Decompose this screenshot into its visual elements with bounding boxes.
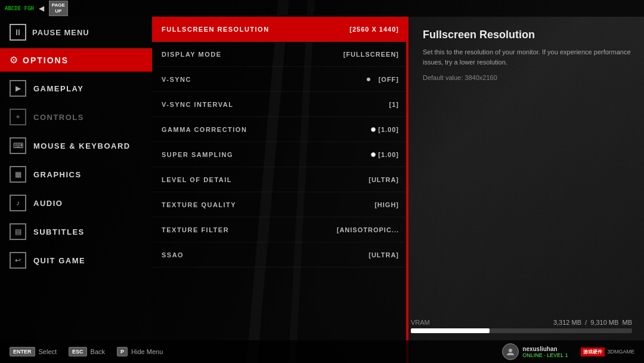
pause-menu-header: PAUSE MENU bbox=[0, 17, 152, 48]
setting-texture-quality[interactable]: TEXTURE QUALITY [HIGH] bbox=[152, 192, 408, 217]
sidebar-item-label: AUDIO bbox=[33, 199, 63, 208]
subtitles-icon: ▤ bbox=[10, 223, 26, 240]
sidebar-item-label: GRAPHICS bbox=[33, 170, 82, 179]
setting-name: GAMMA CORRECTION bbox=[162, 126, 373, 133]
sidebar-item-label: SUBTITLES bbox=[33, 227, 85, 236]
user-info: nexusliuhan ONLINE · LEVEL 1 bbox=[502, 343, 568, 360]
bottom-bar: ENTER Select ESC Back P Hide Menu nexusl… bbox=[0, 340, 644, 363]
options-header[interactable]: ⚙ OPTIONS bbox=[0, 48, 152, 72]
sidebar-item-label: MOUSE & KEYBOARD bbox=[33, 141, 131, 150]
page-up-button[interactable]: PAGEUP bbox=[49, 1, 68, 16]
main-content: FULLSCREEN RESOLUTION [2560 X 1440] DISP… bbox=[152, 17, 644, 363]
setting-value: [ANISOTROPIC... bbox=[337, 226, 399, 233]
sidebar-item-controls[interactable]: ✦ CONTROLS bbox=[0, 103, 152, 131]
sidebar-item-label: QUIT GAME bbox=[33, 256, 85, 265]
audio-icon: ♪ bbox=[10, 195, 26, 211]
sidebar: PAUSE MENU ⚙ OPTIONS ▶ GAMEPLAY ✦ CONTRO… bbox=[0, 17, 152, 363]
info-description: Set this to the resolution of your monit… bbox=[423, 47, 632, 67]
setting-value: [1.00] bbox=[378, 126, 399, 133]
sidebar-item-subtitles[interactable]: ▤ SUBTITLES bbox=[0, 217, 152, 246]
svg-point-0 bbox=[509, 349, 512, 352]
vram-bar-background bbox=[411, 328, 632, 333]
info-panel: Fullscreen Resolution Set this to the re… bbox=[411, 17, 644, 93]
back-label: Back bbox=[91, 348, 105, 355]
quit-icon: ↩ bbox=[10, 252, 26, 269]
setting-v-sync-interval[interactable]: V-SYNC INTERVAL [1] bbox=[152, 92, 408, 117]
keyboard-icon: ⌨ bbox=[10, 137, 26, 154]
setting-name: TEXTURE FILTER bbox=[162, 226, 337, 233]
setting-name: SSAO bbox=[162, 251, 369, 259]
setting-texture-filter[interactable]: TEXTURE FILTER [ANISOTROPIC... bbox=[152, 217, 408, 242]
vram-bar-fill bbox=[411, 328, 490, 333]
setting-v-sync[interactable]: V-SYNC [OFF] bbox=[152, 67, 408, 92]
select-label: Select bbox=[39, 348, 57, 355]
setting-name: SUPER SAMPLING bbox=[162, 151, 373, 158]
watermark-logo: 游戏硬件 bbox=[581, 347, 605, 356]
v-sync-dot bbox=[367, 78, 370, 81]
setting-name: LEVEL OF DETAIL bbox=[162, 176, 369, 183]
user-status: ONLINE · LEVEL 1 bbox=[522, 352, 568, 358]
sidebar-item-label: GAMEPLAY bbox=[33, 84, 83, 93]
settings-panel: FULLSCREEN RESOLUTION [2560 X 1440] DISP… bbox=[152, 17, 408, 363]
setting-fullscreen-res[interactable]: FULLSCREEN RESOLUTION [2560 X 1440] bbox=[152, 17, 408, 42]
back-arrow[interactable]: ◀ bbox=[39, 4, 44, 13]
sidebar-item-mouse-keyboard[interactable]: ⌨ MOUSE & KEYBOARD bbox=[0, 131, 152, 160]
setting-value: [2560 X 1440] bbox=[349, 26, 399, 33]
setting-value: [OFF] bbox=[379, 76, 399, 83]
setting-ssao[interactable]: SSAO [ULTRA] bbox=[152, 242, 408, 267]
setting-value: [ULTRA] bbox=[369, 251, 399, 259]
setting-value: [ULTRA] bbox=[369, 176, 399, 183]
vram-value: 3,312 MB / 9,310 MB MB bbox=[553, 319, 632, 326]
info-default: Default value: 3840x2160 bbox=[423, 74, 632, 81]
red-accent-bar bbox=[406, 17, 408, 363]
user-name: nexusliuhan bbox=[522, 346, 568, 352]
setting-name: V-SYNC INTERVAL bbox=[162, 101, 389, 108]
sidebar-item-audio[interactable]: ♪ AUDIO bbox=[0, 189, 152, 217]
debug-code: ABCDE FGH bbox=[5, 5, 34, 11]
gameplay-icon: ▶ bbox=[10, 80, 26, 97]
setting-super-sampling[interactable]: SUPER SAMPLING [1.00] bbox=[152, 142, 408, 167]
info-title: Fullscreen Resolution bbox=[423, 29, 632, 41]
action-select: ENTER Select bbox=[10, 347, 57, 356]
setting-value: [1] bbox=[389, 101, 399, 108]
setting-gamma[interactable]: GAMMA CORRECTION [1.00] bbox=[152, 117, 408, 142]
setting-name: TEXTURE QUALITY bbox=[162, 201, 374, 208]
gear-icon: ⚙ bbox=[10, 54, 18, 66]
setting-name: FULLSCREEN RESOLUTION bbox=[162, 26, 349, 33]
sidebar-item-gameplay[interactable]: ▶ GAMEPLAY bbox=[0, 74, 152, 103]
sidebar-item-graphics[interactable]: ▦ GRAPHICS bbox=[0, 160, 152, 189]
hide-menu-label: Hide Menu bbox=[131, 348, 163, 355]
options-label: OPTIONS bbox=[23, 56, 69, 65]
pause-menu-label: PAUSE MENU bbox=[32, 28, 89, 37]
pause-icon bbox=[10, 24, 26, 41]
esc-key: ESC bbox=[69, 347, 87, 356]
vram-section: VRAM 3,312 MB / 9,310 MB MB bbox=[411, 319, 632, 333]
graphics-icon: ▦ bbox=[10, 166, 26, 183]
setting-value: [HIGH] bbox=[374, 201, 399, 208]
watermark-site: 3DMGAME bbox=[607, 349, 634, 355]
action-hide-menu: P Hide Menu bbox=[117, 347, 163, 356]
avatar bbox=[502, 343, 519, 360]
action-back: ESC Back bbox=[69, 347, 105, 356]
enter-key: ENTER bbox=[10, 347, 35, 356]
p-key: P bbox=[117, 347, 128, 356]
controls-icon: ✦ bbox=[10, 109, 26, 125]
setting-name: DISPLAY MODE bbox=[162, 51, 343, 58]
vram-label: VRAM bbox=[411, 319, 430, 326]
setting-lod[interactable]: LEVEL OF DETAIL [ULTRA] bbox=[152, 167, 408, 192]
setting-display-mode[interactable]: DISPLAY MODE [FULLSCREEN] bbox=[152, 42, 408, 67]
top-bar: ABCDE FGH ◀ PAGEUP bbox=[0, 0, 644, 17]
setting-name: V-SYNC bbox=[162, 76, 367, 83]
setting-value: [FULLSCREEN] bbox=[343, 51, 399, 58]
sidebar-item-label: CONTROLS bbox=[33, 113, 84, 122]
sidebar-item-quit[interactable]: ↩ QUIT GAME bbox=[0, 246, 152, 275]
setting-value: [1.00] bbox=[378, 151, 399, 158]
